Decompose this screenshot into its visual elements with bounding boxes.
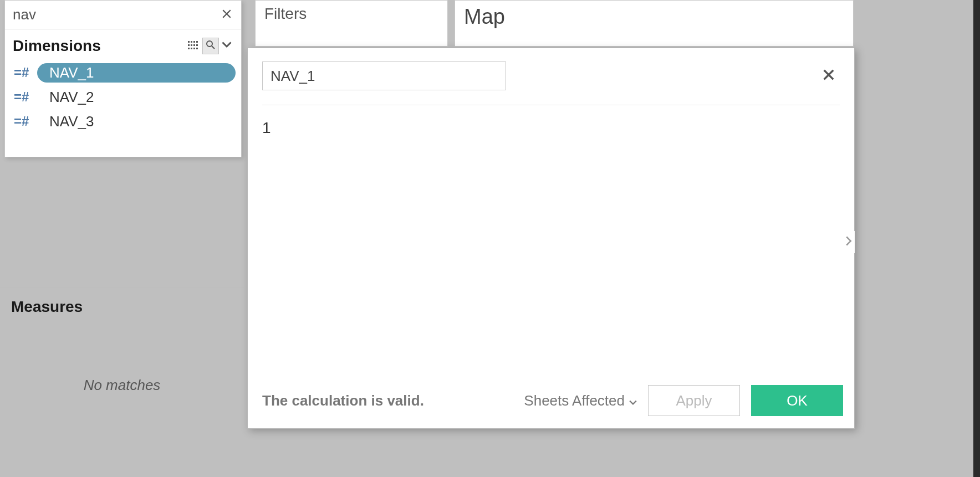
sheets-affected-dropdown[interactable]: Sheets Affected xyxy=(524,392,637,409)
calculation-dialog: 1 The calculation is valid. Sheets Affec… xyxy=(247,48,855,429)
calculated-field-icon: =# xyxy=(14,89,37,105)
map-shelf-label: Map xyxy=(464,5,505,29)
svg-point-12 xyxy=(207,41,212,47)
close-dialog-button[interactable] xyxy=(818,65,840,87)
clear-search-button[interactable] xyxy=(220,8,233,22)
svg-rect-3 xyxy=(196,41,198,43)
dimension-item-nav2[interactable]: =# NAV_2 xyxy=(5,85,241,109)
view-as-list-button[interactable] xyxy=(185,38,201,54)
filters-shelf[interactable]: Filters xyxy=(255,0,448,47)
measures-header: Measures xyxy=(0,288,244,316)
search-row xyxy=(5,1,241,29)
svg-rect-6 xyxy=(193,44,195,46)
svg-rect-10 xyxy=(193,48,195,49)
chevron-down-icon xyxy=(629,392,637,409)
sheets-affected-label: Sheets Affected xyxy=(524,392,625,409)
svg-rect-4 xyxy=(188,44,190,46)
find-field-button[interactable] xyxy=(202,38,219,54)
dimensions-menu-button[interactable] xyxy=(220,38,233,54)
calculated-field-icon: =# xyxy=(14,65,37,80)
svg-rect-11 xyxy=(196,48,198,49)
apply-button-label: Apply xyxy=(676,392,712,409)
svg-line-13 xyxy=(212,46,215,49)
svg-rect-2 xyxy=(193,41,195,43)
chevron-right-icon xyxy=(845,235,853,249)
calculation-status: The calculation is valid. xyxy=(262,392,424,409)
ok-button[interactable]: OK xyxy=(751,385,843,416)
dimensions-header: Dimensions xyxy=(5,29,241,59)
measures-title: Measures xyxy=(11,298,244,316)
calculation-formula-text: 1 xyxy=(262,119,271,136)
search-input[interactable] xyxy=(13,6,220,23)
close-icon xyxy=(823,69,835,83)
search-icon xyxy=(206,40,216,52)
dimension-item-nav1[interactable]: =# NAV_1 xyxy=(5,60,241,85)
window-edge xyxy=(973,0,980,477)
data-pane: Dimensions =# xyxy=(4,0,242,157)
close-icon xyxy=(222,9,232,21)
svg-rect-0 xyxy=(188,41,190,43)
map-shelf[interactable]: Map xyxy=(455,0,854,47)
dimension-label: NAV_2 xyxy=(49,89,94,105)
dimensions-list: =# NAV_1 =# NAV_2 =# NAV_3 xyxy=(5,59,241,135)
svg-rect-8 xyxy=(188,48,190,49)
calculation-formula-editor[interactable]: 1 xyxy=(248,105,854,378)
dimension-item-nav3[interactable]: =# NAV_3 xyxy=(5,109,241,134)
svg-rect-1 xyxy=(191,41,192,43)
svg-rect-5 xyxy=(191,44,192,46)
ok-button-label: OK xyxy=(787,392,808,409)
apply-button[interactable]: Apply xyxy=(648,385,740,416)
dimension-label: NAV_1 xyxy=(49,64,94,81)
dimension-label: NAV_3 xyxy=(49,113,94,130)
chevron-down-icon xyxy=(222,40,232,52)
svg-rect-9 xyxy=(191,48,192,49)
calculation-name-input[interactable] xyxy=(262,61,506,90)
calculated-field-icon: =# xyxy=(14,114,37,129)
expand-functions-button[interactable] xyxy=(843,231,855,253)
list-icon xyxy=(188,40,198,52)
dimensions-title: Dimensions xyxy=(13,37,183,55)
svg-rect-7 xyxy=(196,44,198,46)
measures-no-matches: No matches xyxy=(0,377,244,394)
filters-shelf-label: Filters xyxy=(264,5,307,23)
